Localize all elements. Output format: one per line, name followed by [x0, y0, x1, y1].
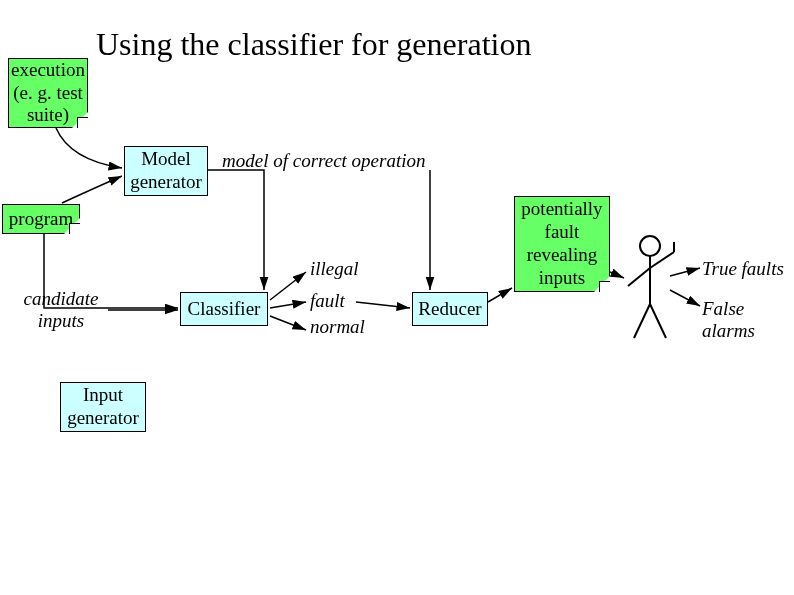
svg-line-5 — [634, 304, 650, 338]
svg-line-9 — [270, 302, 306, 308]
node-program: program — [2, 204, 80, 234]
node-classifier: Classifier — [180, 292, 268, 326]
potential-l3: revealing — [527, 244, 598, 267]
label-true-faults: True faults — [702, 258, 784, 280]
program-label: program — [9, 208, 73, 231]
node-potential-inputs: potentially fault revealing inputs — [514, 196, 610, 292]
execution-line2: (e. g. test — [13, 82, 83, 105]
stick-figure-reviewer — [624, 234, 684, 344]
classifier-label: Classifier — [188, 298, 261, 321]
model-gen-line2: generator — [130, 171, 202, 194]
slide-title: Using the classifier for generation — [96, 26, 531, 63]
label-false-alarms: False alarms — [702, 298, 794, 342]
svg-line-13 — [610, 272, 624, 278]
reducer-label: Reducer — [418, 298, 481, 321]
input-gen-l2: generator — [67, 407, 139, 430]
node-execution: execution (e. g. test suite) — [8, 58, 88, 128]
potential-l1: potentially — [521, 198, 602, 221]
execution-line1: execution — [11, 59, 85, 82]
svg-point-0 — [640, 236, 660, 256]
model-gen-line1: Model — [141, 148, 191, 171]
svg-line-2 — [628, 268, 650, 286]
label-model-correct: model of correct operation — [222, 150, 426, 172]
node-model-generator: Model generator — [124, 146, 208, 196]
candidate-l2: inputs — [38, 310, 84, 331]
svg-line-12 — [488, 288, 512, 302]
potential-l2: fault — [545, 221, 580, 244]
label-illegal: illegal — [310, 258, 359, 280]
svg-line-8 — [270, 272, 306, 300]
potential-l4: inputs — [539, 267, 585, 290]
label-fault: fault — [310, 290, 345, 312]
label-candidate-inputs: candidate inputs — [16, 288, 106, 332]
input-gen-l1: Input — [83, 384, 123, 407]
svg-line-10 — [270, 316, 306, 330]
label-normal: normal — [310, 316, 365, 338]
execution-line3: suite) — [27, 104, 69, 127]
candidate-l1: candidate — [24, 288, 99, 309]
svg-line-6 — [650, 304, 666, 338]
svg-line-11 — [356, 302, 410, 308]
node-reducer: Reducer — [412, 292, 488, 326]
node-input-generator: Input generator — [60, 382, 146, 432]
